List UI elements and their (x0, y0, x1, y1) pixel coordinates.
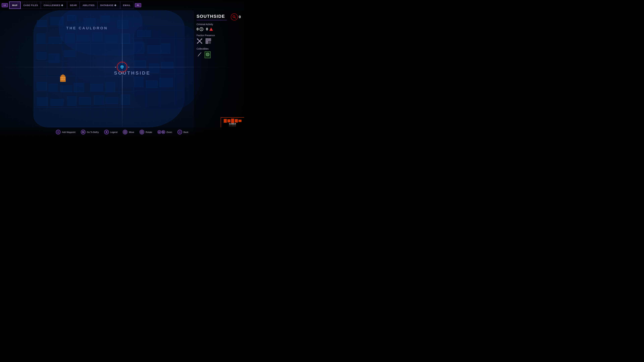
r1-button[interactable]: R1 (135, 3, 141, 7)
criminal-activity-label: Criminal Activity (196, 23, 242, 26)
svg-point-12 (233, 15, 235, 17)
belfry-button[interactable]: R3 (81, 130, 86, 134)
tab-email[interactable]: EMAIL (120, 1, 134, 9)
collectibles-label: Collectibles (196, 47, 242, 50)
tab-challenges[interactable]: CHALLENGES (41, 1, 67, 9)
hud-back[interactable]: ○ Back (178, 130, 188, 134)
hud-move: Move (123, 130, 134, 134)
tab-database[interactable]: DATABASE (98, 1, 120, 9)
move-button[interactable] (123, 130, 128, 134)
faction-presence-row (196, 38, 242, 45)
criminal-activity-row: 0 ? 0 ! (196, 27, 242, 31)
exclaim-icon: ! (209, 27, 213, 31)
brand-line1: GAMER (229, 123, 236, 125)
waypoint-label: Add Waypoint (62, 131, 75, 133)
player-marker: ◂ ▸ ▾ (117, 62, 127, 72)
svg-point-47 (124, 132, 126, 133)
back-button[interactable]: ○ (178, 130, 182, 134)
tab-abilities[interactable]: ABILITIES (80, 1, 98, 9)
svg-rect-6 (61, 79, 62, 80)
svg-rect-7 (62, 79, 63, 80)
faction-presence-label: Faction Presence (196, 34, 242, 37)
svg-rect-31 (210, 42, 211, 43)
brand-line2: GUIDES (229, 125, 236, 126)
legend-button[interactable]: ✦ (104, 130, 109, 134)
back-label: Back (184, 131, 188, 133)
question-icon: ? (200, 27, 203, 31)
search-count: 0 (239, 15, 241, 19)
top-nav: L1 MAP CASE FILES CHALLENGES GEAR ABILIT… (0, 0, 244, 10)
unknown-count: 0 (196, 27, 198, 31)
tab-map[interactable]: MAP (9, 1, 21, 9)
svg-rect-33 (207, 54, 208, 55)
svg-rect-4 (62, 77, 63, 78)
stat-unknown: 0 ? (196, 27, 203, 31)
faction-icon-1 (196, 38, 202, 45)
hud-add-waypoint[interactable]: □ Add Waypoint (56, 130, 75, 134)
zoom-label: Zoom (166, 131, 172, 133)
belfry-label: Go To Belfry (87, 131, 99, 133)
l1-button[interactable]: L1 (2, 3, 8, 7)
search-area[interactable]: 0 (231, 13, 241, 20)
svg-rect-5 (64, 77, 65, 78)
brand-bars (224, 119, 242, 123)
faction-icon-2 (205, 38, 211, 45)
svg-rect-25 (209, 39, 210, 40)
svg-text:!: ! (211, 29, 212, 31)
tab-case-files[interactable]: CASE FILES (21, 1, 41, 9)
zoom-r2[interactable]: R2 (162, 130, 165, 134)
svg-point-11 (122, 66, 122, 67)
move-label: Move (129, 131, 134, 133)
stat-alert: 0 ! (206, 27, 213, 31)
svg-rect-3 (61, 77, 62, 78)
legend-label: Legend (110, 131, 118, 133)
svg-rect-2 (62, 74, 64, 76)
svg-rect-28 (209, 41, 210, 42)
collectibles-row (196, 51, 242, 58)
alert-count: 0 (206, 27, 208, 31)
gamer-guides-branding: GAMER GUIDES (221, 117, 244, 127)
hud-legend[interactable]: ✦ Legend (104, 130, 118, 134)
hud-rotate: Rotate (140, 130, 152, 134)
tab-gear[interactable]: GEAR (67, 1, 80, 9)
building-marker[interactable] (59, 74, 67, 83)
svg-point-49 (142, 132, 142, 133)
collectible-icon-2 (204, 51, 211, 58)
svg-rect-27 (206, 42, 208, 43)
zoom-buttons[interactable]: L2 R2 (158, 130, 165, 134)
panel-underline (196, 20, 227, 20)
rotate-label: Rotate (146, 131, 152, 133)
svg-line-13 (234, 17, 236, 18)
hud-go-to-belfry[interactable]: R3 Go To Belfry (81, 130, 99, 134)
svg-rect-30 (209, 42, 210, 43)
bottom-hud: □ Add Waypoint R3 Go To Belfry ✦ Legend … (0, 127, 244, 137)
zoom-l2[interactable]: L2 (158, 130, 161, 134)
rotate-button[interactable] (140, 130, 144, 134)
search-icon[interactable] (231, 13, 238, 20)
svg-rect-29 (210, 41, 211, 42)
svg-rect-9 (62, 81, 64, 82)
svg-rect-23 (206, 39, 208, 40)
collectible-icon-1 (196, 52, 202, 58)
hud-zoom: L2 R2 Zoom (158, 130, 172, 134)
svg-rect-8 (64, 79, 65, 80)
waypoint-button[interactable]: □ (56, 130, 60, 134)
